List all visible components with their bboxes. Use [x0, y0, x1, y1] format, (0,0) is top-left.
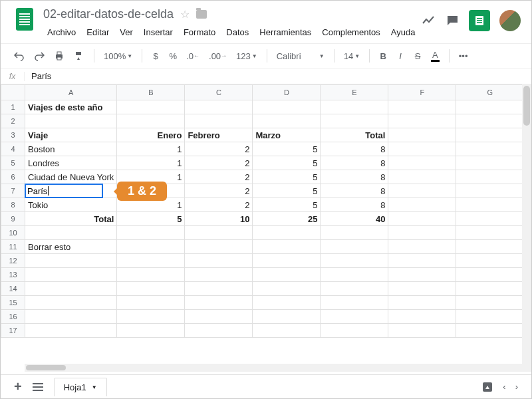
- toolbar-more-button[interactable]: •••: [456, 49, 471, 64]
- cell[interactable]: 5: [117, 212, 185, 226]
- cell[interactable]: [456, 100, 524, 114]
- cell[interactable]: [253, 240, 321, 254]
- cell[interactable]: 5: [253, 156, 321, 170]
- menu-insert[interactable]: Insertar: [140, 25, 177, 40]
- cell[interactable]: [321, 240, 388, 254]
- cell[interactable]: [388, 296, 456, 310]
- cell[interactable]: [388, 282, 456, 296]
- cell[interactable]: [456, 268, 524, 282]
- cell[interactable]: [321, 268, 388, 282]
- cell[interactable]: 8: [321, 198, 388, 212]
- star-icon[interactable]: ☆: [180, 8, 190, 21]
- font-select[interactable]: Calibri▼: [274, 49, 327, 64]
- cell[interactable]: 8: [321, 142, 388, 156]
- col-header[interactable]: A: [25, 85, 117, 100]
- col-header[interactable]: G: [456, 85, 524, 100]
- formula-bar[interactable]: París: [25, 71, 51, 81]
- cell[interactable]: Marzo: [253, 128, 321, 142]
- explore-button[interactable]: [481, 381, 493, 393]
- cell[interactable]: Ciudad de Nueva York: [25, 170, 117, 184]
- cell[interactable]: [117, 100, 185, 114]
- cell[interactable]: [321, 324, 388, 338]
- cell[interactable]: [321, 100, 388, 114]
- cell[interactable]: [388, 324, 456, 338]
- cell[interactable]: 40: [321, 212, 388, 226]
- cell[interactable]: 5: [253, 198, 321, 212]
- row-header[interactable]: 15: [1, 296, 25, 310]
- print-icon[interactable]: [51, 48, 67, 64]
- currency-button[interactable]: $: [149, 49, 162, 64]
- vertical-scrollbar[interactable]: [522, 84, 531, 372]
- cell[interactable]: [185, 296, 253, 310]
- cell[interactable]: [388, 142, 456, 156]
- strike-button[interactable]: S: [411, 49, 424, 64]
- cell[interactable]: [388, 310, 456, 324]
- cell[interactable]: Boston: [25, 142, 117, 156]
- col-header[interactable]: F: [388, 85, 456, 100]
- cell[interactable]: [321, 226, 388, 240]
- cell[interactable]: 2: [185, 198, 253, 212]
- cell[interactable]: [25, 296, 117, 310]
- cell[interactable]: [388, 268, 456, 282]
- active-cell-editor[interactable]: París: [25, 184, 103, 198]
- row-header[interactable]: 1: [1, 100, 25, 114]
- add-sheet-button[interactable]: +: [14, 379, 22, 394]
- col-header[interactable]: D: [253, 85, 321, 100]
- cell[interactable]: [388, 240, 456, 254]
- cell[interactable]: [185, 100, 253, 114]
- cell[interactable]: [388, 198, 456, 212]
- menu-data[interactable]: Datos: [222, 25, 253, 40]
- col-header[interactable]: C: [185, 85, 253, 100]
- cell[interactable]: [117, 226, 185, 240]
- menu-edit[interactable]: Editar: [82, 25, 113, 40]
- cell[interactable]: 10: [185, 212, 253, 226]
- cell[interactable]: [321, 114, 388, 128]
- cell[interactable]: [456, 128, 524, 142]
- row-header[interactable]: 10: [1, 226, 25, 240]
- sheet-tab[interactable]: Hoja1▼: [54, 378, 107, 396]
- cell[interactable]: [456, 212, 524, 226]
- cell[interactable]: [388, 114, 456, 128]
- cell[interactable]: [456, 254, 524, 268]
- cell[interactable]: 8: [321, 156, 388, 170]
- cell[interactable]: [253, 282, 321, 296]
- col-header[interactable]: E: [321, 85, 388, 100]
- cell[interactable]: [117, 268, 185, 282]
- folder-icon[interactable]: [196, 10, 207, 19]
- horizontal-scrollbar[interactable]: [25, 364, 522, 372]
- cell[interactable]: [456, 142, 524, 156]
- cell[interactable]: [388, 226, 456, 240]
- cell[interactable]: [388, 254, 456, 268]
- cell[interactable]: [388, 156, 456, 170]
- cell[interactable]: [456, 184, 524, 198]
- cell[interactable]: [321, 296, 388, 310]
- activity-icon[interactable]: [421, 13, 436, 28]
- cell[interactable]: 5: [253, 184, 321, 198]
- chevron-right-icon[interactable]: ›: [515, 382, 518, 392]
- cell[interactable]: [253, 310, 321, 324]
- cell[interactable]: [185, 268, 253, 282]
- dec-decrease-button[interactable]: .0←: [184, 49, 202, 64]
- cell[interactable]: [253, 254, 321, 268]
- cell[interactable]: Borrar esto: [25, 240, 117, 254]
- cell[interactable]: 5: [253, 170, 321, 184]
- paint-format-icon[interactable]: [71, 48, 87, 64]
- cell[interactable]: Viaje: [25, 128, 117, 142]
- row-header[interactable]: 5: [1, 156, 25, 170]
- cell[interactable]: [253, 296, 321, 310]
- cell[interactable]: [185, 226, 253, 240]
- bold-button[interactable]: B: [376, 49, 390, 64]
- row-header[interactable]: 4: [1, 142, 25, 156]
- cell[interactable]: Febrero: [185, 128, 253, 142]
- cell[interactable]: [185, 324, 253, 338]
- row-header[interactable]: 12: [1, 254, 25, 268]
- cell[interactable]: 2: [185, 184, 253, 198]
- row-header[interactable]: 17: [1, 324, 25, 338]
- cell[interactable]: [388, 212, 456, 226]
- redo-icon[interactable]: [31, 48, 47, 64]
- cell[interactable]: [25, 254, 117, 268]
- row-header[interactable]: 13: [1, 268, 25, 282]
- col-header[interactable]: B: [117, 85, 185, 100]
- share-button[interactable]: [469, 10, 490, 31]
- cell[interactable]: [185, 114, 253, 128]
